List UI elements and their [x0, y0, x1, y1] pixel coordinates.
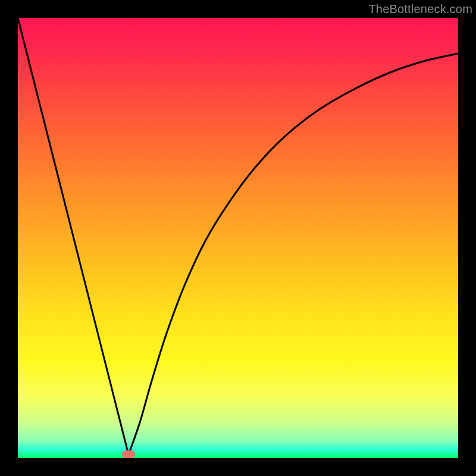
plot-area — [18, 18, 458, 458]
series-left-line — [18, 18, 129, 455]
min-point-marker — [122, 450, 135, 458]
series-right-curve — [129, 54, 458, 455]
watermark-text: TheBottleneck.com — [368, 2, 472, 16]
chart-svg — [18, 18, 458, 458]
chart-container: TheBottleneck.com — [0, 0, 476, 476]
